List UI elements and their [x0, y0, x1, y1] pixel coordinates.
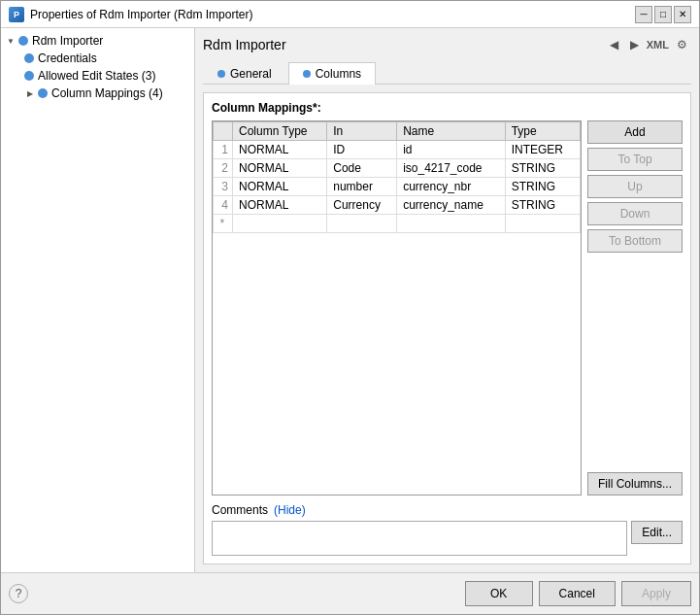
- cancel-button[interactable]: Cancel: [539, 581, 616, 606]
- sidebar-item-rdm-importer[interactable]: ▼ Rdm Importer: [1, 32, 194, 50]
- row-2-type: STRING: [505, 159, 580, 178]
- row-1-name: id: [397, 141, 506, 159]
- header-tools: ◀ ▶ XML ⚙: [606, 36, 691, 53]
- sidebar-item-allowed-edit-states[interactable]: Allowed Edit States (3): [20, 67, 194, 85]
- tree-arrow-column-mappings: ▶: [24, 87, 36, 99]
- title-bar: P Properties of Rdm Importer (Rdm Import…: [1, 1, 699, 28]
- title-bar-left: P Properties of Rdm Importer (Rdm Import…: [9, 7, 252, 22]
- settings-button[interactable]: ⚙: [673, 36, 691, 53]
- footer: ? OK Cancel Apply: [1, 572, 699, 614]
- sidebar-item-column-mappings[interactable]: ▶ Column Mappings (4): [20, 85, 194, 102]
- tree-arrow-rdm-importer: ▼: [5, 35, 17, 47]
- down-button[interactable]: Down: [587, 202, 683, 225]
- help-button[interactable]: ?: [9, 584, 28, 603]
- window-body: ▼ Rdm Importer Credentials Allowed Edit …: [1, 28, 699, 572]
- row-1-in: ID: [327, 141, 397, 159]
- tab-label-general: General: [230, 67, 272, 81]
- restore-button[interactable]: □: [654, 6, 672, 23]
- table-row[interactable]: 1 NORMAL ID id INTEGER: [214, 141, 581, 159]
- main-content: Rdm Importer ◀ ▶ XML ⚙ General Columns: [195, 28, 699, 572]
- section-label: Column Mappings*:: [212, 101, 683, 115]
- row-2-name: iso_4217_code: [397, 159, 506, 178]
- tree-icon-allowed-edit-states: [24, 71, 34, 81]
- table-new-row[interactable]: *: [214, 215, 581, 233]
- sidebar: ▼ Rdm Importer Credentials Allowed Edit …: [1, 28, 195, 572]
- add-button[interactable]: Add: [587, 120, 683, 144]
- sidebar-sublevel: Credentials Allowed Edit States (3) ▶ Co…: [1, 50, 194, 102]
- row-num-3: 3: [214, 178, 233, 196]
- tree-icon-column-mappings: [38, 88, 48, 98]
- row-num-2: 2: [214, 159, 233, 178]
- main-window: P Properties of Rdm Importer (Rdm Import…: [0, 0, 700, 615]
- footer-buttons: OK Cancel Apply: [465, 581, 691, 606]
- tab-dot-general: [217, 70, 225, 78]
- new-row-name: [397, 215, 506, 233]
- edit-button[interactable]: Edit...: [631, 521, 683, 544]
- table-container[interactable]: Column Type In Name Type 1 NORMAL: [212, 120, 582, 495]
- hide-comments-link[interactable]: (Hide): [274, 503, 306, 517]
- tab-dot-columns: [303, 70, 311, 78]
- col-type-header: Column Type: [233, 122, 327, 141]
- window-title: Properties of Rdm Importer (Rdm Importer…: [30, 8, 252, 21]
- row-num-4: 4: [214, 196, 233, 215]
- tabs: General Columns: [203, 61, 691, 85]
- window-controls: ─ □ ✕: [635, 6, 691, 23]
- sidebar-item-credentials[interactable]: Credentials: [20, 50, 194, 67]
- col-in-header: In: [327, 122, 397, 141]
- comments-section: Comments (Hide) Edit...: [212, 503, 683, 556]
- row-4-in: Currency: [327, 196, 397, 215]
- tab-general[interactable]: General: [203, 62, 286, 85]
- to-bottom-button[interactable]: To Bottom: [587, 229, 683, 253]
- main-header: Rdm Importer ◀ ▶ XML ⚙: [203, 36, 691, 53]
- sidebar-label-rdm-importer: Rdm Importer: [32, 34, 103, 48]
- sidebar-label-column-mappings: Column Mappings (4): [51, 86, 163, 100]
- app-icon: P: [9, 7, 24, 22]
- forward-button[interactable]: ▶: [626, 36, 643, 53]
- minimize-button[interactable]: ─: [635, 6, 652, 23]
- action-buttons: Add To Top Up Down To Bottom Fill Column…: [587, 120, 683, 495]
- comments-row: Edit...: [212, 521, 683, 556]
- column-mappings-table: Column Type In Name Type 1 NORMAL: [213, 121, 581, 233]
- row-2-in: Code: [327, 159, 397, 178]
- main-title: Rdm Importer: [203, 37, 286, 52]
- star-marker: *: [214, 215, 233, 233]
- to-top-button[interactable]: To Top: [587, 148, 683, 171]
- col-num-header: [214, 122, 233, 141]
- tab-label-columns: Columns: [316, 67, 361, 81]
- row-num-1: 1: [214, 141, 233, 159]
- row-2-col-type: NORMAL: [233, 159, 327, 178]
- apply-button[interactable]: Apply: [621, 581, 691, 606]
- sidebar-label-allowed-edit-states: Allowed Edit States (3): [38, 69, 155, 83]
- row-4-name: currency_name: [397, 196, 506, 215]
- row-1-type: INTEGER: [505, 141, 580, 159]
- close-button[interactable]: ✕: [674, 6, 691, 23]
- col-type-type-header: Type: [505, 122, 580, 141]
- row-4-type: STRING: [505, 196, 580, 215]
- comments-label: Comments (Hide): [212, 503, 683, 517]
- row-1-col-type: NORMAL: [233, 141, 327, 159]
- comments-textarea[interactable]: [212, 521, 627, 556]
- xml-button[interactable]: XML: [647, 39, 669, 51]
- fill-columns-button[interactable]: Fill Columns...: [587, 472, 683, 495]
- columns-area: Column Type In Name Type 1 NORMAL: [212, 120, 683, 495]
- tree-icon-credentials: [24, 53, 34, 63]
- row-3-name: currency_nbr: [397, 178, 506, 196]
- row-3-type: STRING: [505, 178, 580, 196]
- new-row-col-type: [233, 215, 327, 233]
- tab-columns[interactable]: Columns: [288, 62, 376, 85]
- tree-icon-rdm-importer: [18, 36, 28, 46]
- content-panel: Column Mappings*: Column Type In Name: [203, 92, 691, 564]
- comments-text: Comments: [212, 503, 268, 517]
- back-button[interactable]: ◀: [606, 36, 622, 53]
- new-row-in: [327, 215, 397, 233]
- table-header-row: Column Type In Name Type: [214, 122, 581, 141]
- new-row-type: [505, 215, 580, 233]
- table-row[interactable]: 2 NORMAL Code iso_4217_code STRING: [214, 159, 581, 178]
- table-row[interactable]: 3 NORMAL number currency_nbr STRING: [214, 178, 581, 196]
- row-3-in: number: [327, 178, 397, 196]
- up-button[interactable]: Up: [587, 175, 683, 198]
- sidebar-label-credentials: Credentials: [38, 51, 97, 65]
- ok-button[interactable]: OK: [465, 581, 533, 606]
- table-row[interactable]: 4 NORMAL Currency currency_name STRING: [214, 196, 581, 215]
- row-4-col-type: NORMAL: [233, 196, 327, 215]
